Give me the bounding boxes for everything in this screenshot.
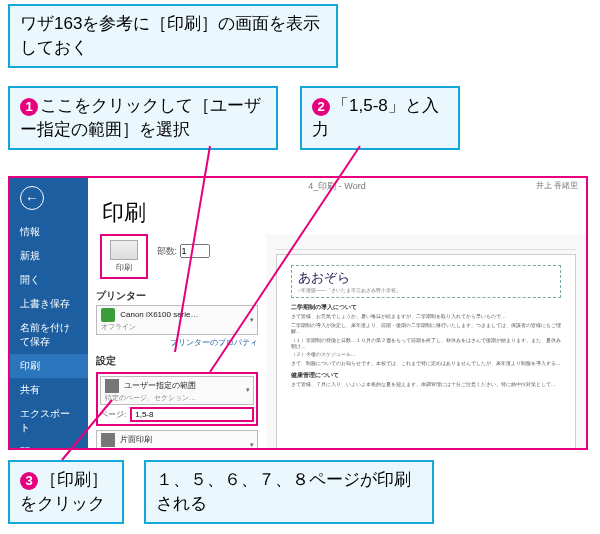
preview-para: （２）今後のスケジュール… [291,352,561,358]
sidebar-item-save[interactable]: 上書き保存 [10,292,88,316]
user-name: 井上 香緒里 [536,180,578,191]
copies-input[interactable] [180,244,210,258]
step-number-3: 3 [20,472,38,490]
printer-dropdown[interactable]: Canon iX6100 serie… オフライン ▾ [96,305,258,335]
pages-icon [105,379,119,393]
step-number-2: 2 [312,98,330,116]
sidebar-item-close[interactable]: 閉じる [10,440,88,450]
chevron-down-icon: ▾ [250,316,254,324]
callout-step1-text: ここをクリックして［ユーザー指定の範囲］を選択 [20,96,261,139]
print-settings-column: 印刷 部数: プリンター Canon iX6100 serie… オフライン ▾… [88,234,266,450]
printer-status-icon [101,308,115,322]
sidebar-item-share[interactable]: 共有 [10,378,88,402]
printer-section-head: プリンター [96,289,258,303]
step-number-1: 1 [20,98,38,116]
callout-step3: 3［印刷］をクリック [8,460,124,524]
printer-name: Canon iX6100 serie… [120,310,198,319]
chevron-down-icon: ▾ [246,386,250,394]
chevron-down-icon: ▾ [250,441,254,449]
printer-properties-link[interactable]: プリンターのプロパティ [96,337,258,348]
panel-title-print: 印刷 [88,196,586,234]
callout-intro: ワザ163を参考に［印刷］の画面を表示しておく [8,4,338,68]
sides-dropdown[interactable]: 片面印刷 ページの片面のみを印刷… ▾ [96,430,258,450]
pages-input[interactable] [130,407,254,422]
preview-para: さて皆様、７月に入り、いよいよ本格的な夏を迎えます。体調管理には十分ご注意くださ… [291,382,561,388]
settings-section-head: 設定 [96,354,258,368]
print-button-highlight: 印刷 [100,234,148,279]
preview-para: さて皆様、お元気でしょうか。暑い毎日が続きますが、二学期制を取り入れてから早いも… [291,314,561,320]
preview-para: さて、制服についてのお知らせです。本校では、これまで特に定めはありませんでしたが… [291,361,561,367]
backstage-sidebar: ← 情報 新規 開く 上書き保存 名前を付けて保存 印刷 共有 エクスポート 閉… [10,178,88,448]
callout-result: １、５、６、７、８ページが印刷される [144,460,434,524]
pages-label: ページ: [100,409,126,420]
sidebar-item-export[interactable]: エクスポート [10,402,88,440]
preview-doc-subtitle: ○年度版――「さいたま市立あざみ野小学校」 [298,287,554,294]
document-title: 4_印刷 - Word [308,181,365,191]
preview-para: （１）学期制の特徴と日数…１０月の第２週をもって前期を終了し、秋休みをはさんで後… [291,338,561,350]
callout-step1: 1ここをクリックして［ユーザー指定の範囲］を選択 [8,86,278,150]
printer-icon [110,240,138,260]
copies-label: 部数: [157,246,178,256]
preview-para: 二学期制の導入が決定し、来年度より、前期・後期の二学期制に移行いたします。つきま… [291,323,561,335]
preview-heading-2: 健康管理について [291,372,561,380]
page-icon [101,433,115,447]
sidebar-item-saveas[interactable]: 名前を付けて保存 [10,316,88,354]
sidebar-item-info[interactable]: 情報 [10,220,88,244]
callout-step2: 2「1,5-8」と入力 [300,86,460,150]
print-button[interactable]: 印刷 [106,240,142,273]
preview-heading-1: 二学期制の導入について [291,304,561,312]
sidebar-item-new[interactable]: 新規 [10,244,88,268]
print-range-dropdown[interactable]: ユーザー指定の範囲 特定のページ、セクション… ▾ [100,376,254,406]
print-range-sub: 特定のページ、セクション… [105,394,196,401]
print-main-panel: 4_印刷 - Word 井上 香緒里 印刷 印刷 部数: [88,178,586,448]
sides-sub: ページの片面のみを印刷… [101,448,185,450]
callout-step2-text: 「1,5-8」と入力 [312,96,439,139]
window-title-bar: 4_印刷 - Word 井上 香緒里 [88,178,586,196]
copies-control: 部数: [157,244,210,258]
sides-label: 片面印刷 [120,435,152,444]
sidebar-item-print[interactable]: 印刷 [10,354,88,378]
print-range-label: ユーザー指定の範囲 [124,381,196,390]
back-button[interactable]: ← [20,186,44,210]
printer-status: オフライン [101,323,136,330]
word-print-window: ← 情報 新規 開く 上書き保存 名前を付けて保存 印刷 共有 エクスポート 閉… [8,176,588,450]
preview-ruler [276,240,576,250]
print-button-label: 印刷 [116,263,132,272]
page-range-highlight: ユーザー指定の範囲 特定のページ、セクション… ▾ ページ: [96,372,258,427]
sidebar-item-open[interactable]: 開く [10,268,88,292]
preview-doc-title: あおぞら [298,270,554,287]
preview-page: あおぞら ○年度版――「さいたま市立あざみ野小学校」 二学期制の導入について さ… [276,254,576,450]
print-preview-column: あおぞら ○年度版――「さいたま市立あざみ野小学校」 二学期制の導入について さ… [266,234,586,450]
